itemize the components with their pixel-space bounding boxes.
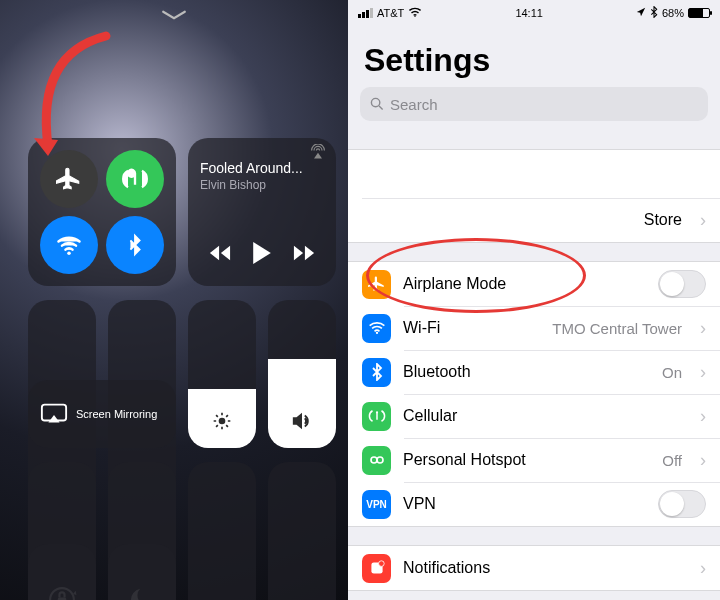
chevron-right-icon: › [700, 318, 706, 339]
vpn-switch[interactable] [658, 490, 706, 518]
control-center-panel: Fooled Around... Elvin Bishop Screen Mir… [0, 0, 348, 600]
battery-icon [688, 8, 710, 18]
camera-button[interactable] [268, 462, 336, 600]
cellular-signal-icon [358, 8, 373, 18]
hotspot-icon [362, 446, 391, 475]
search-placeholder: Search [390, 96, 438, 113]
vpn-label: VPN [403, 495, 436, 513]
track-artist: Elvin Bishop [200, 178, 324, 192]
volume-icon [291, 411, 313, 436]
notifications-row[interactable]: Notifications › [348, 546, 720, 590]
battery-percent-label: 68% [662, 7, 684, 19]
dismiss-chevron-icon[interactable] [161, 8, 187, 26]
cellular-data-toggle[interactable] [106, 150, 164, 208]
next-track-button[interactable] [293, 245, 315, 265]
chevron-right-icon: › [700, 362, 706, 383]
wifi-value: TMO Central Tower [552, 320, 682, 337]
svg-point-18 [375, 411, 377, 413]
store-label: Store [644, 211, 682, 229]
svg-point-17 [375, 332, 377, 334]
wifi-toggle[interactable] [40, 216, 98, 274]
brightness-slider[interactable] [188, 300, 256, 448]
hotspot-label: Personal Hotspot [403, 451, 526, 469]
bluetooth-label: Bluetooth [403, 363, 471, 381]
clock-label: 14:11 [515, 7, 543, 19]
svg-point-4 [219, 418, 226, 425]
wifi-row[interactable]: Wi-Fi TMO Central Tower › [348, 306, 720, 350]
svg-point-0 [67, 251, 71, 255]
screen-mirroring-button[interactable]: Screen Mirroring [28, 380, 176, 448]
svg-point-19 [371, 457, 377, 463]
airplane-mode-row[interactable]: Airplane Mode [348, 262, 720, 306]
chevron-right-icon: › [700, 558, 706, 579]
settings-screen: AT&T 14:11 68% Settings Search Store › [348, 0, 720, 600]
cellular-row[interactable]: Cellular › [348, 394, 720, 438]
low-power-mode-button[interactable] [188, 462, 256, 600]
bluetooth-row[interactable]: Bluetooth On › [348, 350, 720, 394]
previous-track-button[interactable] [209, 245, 231, 265]
svg-point-15 [415, 15, 416, 16]
vpn-row[interactable]: VPN VPN [348, 482, 720, 526]
brightness-icon [212, 411, 232, 436]
airplane-icon [362, 270, 391, 299]
wifi-status-icon [408, 7, 422, 20]
svg-point-22 [378, 561, 384, 567]
chevron-right-icon: › [700, 406, 706, 427]
chevron-right-icon: › [700, 210, 706, 231]
play-button[interactable] [252, 242, 272, 268]
screen-record-button[interactable] [108, 544, 176, 600]
hotspot-value: Off [662, 452, 682, 469]
notifications-label: Notifications [403, 559, 490, 577]
vpn-icon: VPN [362, 490, 391, 519]
apple-id-row[interactable] [348, 150, 720, 198]
airplane-mode-toggle[interactable] [40, 150, 98, 208]
svg-point-20 [377, 457, 383, 463]
hotspot-row[interactable]: Personal Hotspot Off › [348, 438, 720, 482]
location-services-icon [636, 7, 646, 19]
bluetooth-status-icon [650, 6, 658, 20]
page-title: Settings [364, 42, 704, 79]
svg-point-16 [371, 98, 379, 106]
bluetooth-value: On [662, 364, 682, 381]
notifications-icon [362, 554, 391, 583]
search-icon [370, 97, 384, 111]
search-field[interactable]: Search [360, 87, 708, 121]
airplane-mode-switch[interactable] [658, 270, 706, 298]
connectivity-group [28, 138, 176, 286]
now-playing-widget[interactable]: Fooled Around... Elvin Bishop [188, 138, 336, 286]
carrier-label: AT&T [377, 7, 404, 19]
store-row[interactable]: Store › [348, 198, 720, 242]
wifi-label: Wi-Fi [403, 319, 440, 337]
screen-mirroring-label: Screen Mirroring [76, 408, 157, 420]
bluetooth-icon [362, 358, 391, 387]
track-title: Fooled Around... [200, 160, 324, 176]
bluetooth-toggle[interactable] [106, 216, 164, 274]
airplane-label: Airplane Mode [403, 275, 506, 293]
cellular-icon [362, 402, 391, 431]
chevron-right-icon: › [700, 450, 706, 471]
wifi-icon [362, 314, 391, 343]
flashlight-button[interactable] [28, 544, 96, 600]
cellular-label: Cellular [403, 407, 457, 425]
status-bar: AT&T 14:11 68% [348, 0, 720, 22]
volume-slider[interactable] [268, 300, 336, 448]
